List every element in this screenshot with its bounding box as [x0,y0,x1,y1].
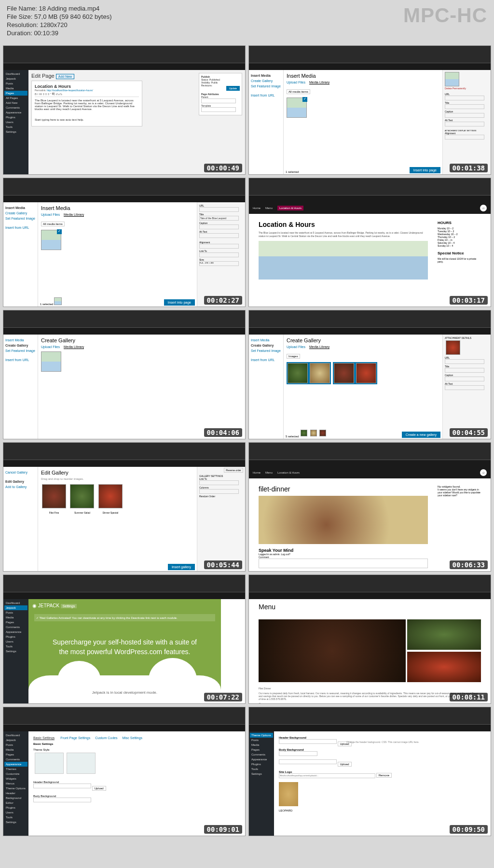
timestamp-badge: 00:04:55 [450,428,488,437]
insert-button[interactable]: Insert into page [164,299,195,306]
add-new-button[interactable]: Add New [56,74,74,79]
search-icon[interactable]: ⌕ [480,205,487,211]
insert-gallery-button[interactable]: Insert gallery [168,564,195,570]
video-thumbnail[interactable]: Insert Media Create Gallery Set Featured… [248,310,491,439]
page-title: Location & Hours [259,221,428,228]
timestamp-badge: 00:09:01 [204,825,242,834]
video-thumbnail[interactable]: Cancel Gallery Edit Gallery Add to Galle… [3,442,246,572]
video-thumbnail[interactable]: DashboardJetpack PostsMedia PagesAll Pag… [3,45,246,175]
timestamp-badge: 00:09:50 [450,825,488,834]
menu-side-image [407,619,481,650]
search-icon[interactable]: ⌕ [480,469,487,476]
video-thumbnail[interactable]: DashboardJetpack PostsMedia PagesComment… [3,574,246,704]
video-thumbnail[interactable]: Menu Filet Dinner Our menu is prepared d… [248,574,491,704]
video-thumbnail[interactable]: Insert Media Create Gallery Set Featured… [248,45,491,175]
media-item[interactable]: ✓ [287,98,307,118]
thumbnail-grid: DashboardJetpack PostsMedia PagesAll Pag… [0,42,494,839]
video-thumbnail[interactable]: Insert Media Create Gallery Set Featured… [3,178,246,307]
timestamp-badge: 00:01:38 [450,164,488,172]
create-gallery-button[interactable]: Create a new gallery [402,432,440,438]
timestamp-badge: 00:08:11 [450,693,488,701]
publish-metabox: Publish Status: Published Visibility: Pu… [199,73,242,115]
timestamp-badge: 00:02:27 [204,296,242,305]
video-thumbnail[interactable]: Theme Options PostsMedia PagesComments A… [248,707,491,836]
site-nav: Home Menu Location & Hours ⌕ [249,202,491,214]
modal-title: Insert Media [287,73,439,79]
site-logo-preview [279,782,298,806]
timestamp-badge: 00:03:17 [450,296,488,305]
update-button[interactable]: Update [226,86,240,91]
menu-main-image [259,619,406,682]
mpc-watermark: MPC-HC [403,4,487,27]
timestamp-badge: 00:06:33 [450,560,488,569]
timestamp-badge: 00:00:49 [204,164,242,172]
video-thumbnail[interactable]: Insert Media Create Gallery Set Featured… [3,310,246,439]
file-info-header: File Name: 18 Adding media.mp4 File Size… [0,0,494,42]
video-thumbnail[interactable]: Home Menu Location & Hours ⌕ filet-dinne… [248,442,491,572]
video-thumbnail[interactable]: DashboardJetpack PostsMedia PagesComment… [3,707,246,836]
timestamp-badge: 00:05:44 [204,560,242,569]
menu-side-image [407,652,481,682]
map-image [259,241,428,280]
wp-admin-sidebar: DashboardJetpack PostsMedia PagesAll Pag… [3,70,28,175]
insert-button[interactable]: Insert into page [410,167,440,173]
featured-image [259,496,428,544]
timestamp-badge: 00:04:06 [204,428,242,437]
video-thumbnail[interactable]: Home Menu Location & Hours ⌕ Location & … [248,178,491,307]
